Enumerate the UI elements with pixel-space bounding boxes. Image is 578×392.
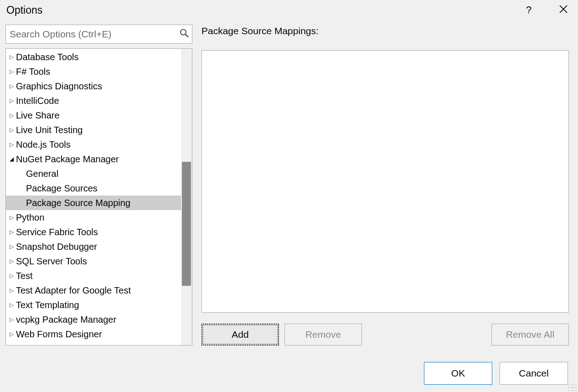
tree-item-label: NuGet Package Manager: [16, 154, 119, 165]
tree-item-label: Live Share: [16, 110, 60, 121]
search-input[interactable]: [5, 25, 192, 44]
tree-item[interactable]: ▷Live Share: [6, 108, 192, 123]
close-icon: [559, 4, 568, 16]
remove-all-button[interactable]: Remove All: [491, 324, 569, 346]
add-button[interactable]: Add: [201, 324, 279, 346]
tree-item-label: Service Fabric Tools: [16, 227, 98, 237]
tree-item-label: Graphics Diagnostics: [16, 81, 102, 92]
tree-item[interactable]: ▷Live Unit Testing: [6, 123, 192, 137]
chevron-right-icon: ▷: [8, 316, 15, 323]
tree-item-label: Database Tools: [16, 52, 79, 62]
tree-item-label: Python: [16, 212, 44, 223]
tree-item[interactable]: ◢NuGet Package Manager: [6, 152, 192, 166]
tree-item[interactable]: ▷Node.js Tools: [6, 137, 192, 152]
tree-item-label: Package Source Mapping: [26, 198, 130, 208]
tree-item-label: Text Templating: [16, 300, 79, 310]
tree-item[interactable]: ▷vcpkg Package Manager: [6, 312, 192, 327]
right-pane: Package Source Mappings: Add Remove Remo…: [201, 25, 573, 346]
tree-item[interactable]: ▷Database Tools: [6, 50, 192, 64]
chevron-right-icon: ▷: [8, 229, 15, 235]
tree-item[interactable]: ▷Test Adapter for Google Test: [6, 283, 192, 298]
tree-item-label: Test Adapter for Google Test: [16, 285, 131, 296]
mappings-listbox[interactable]: [201, 50, 569, 313]
tree-item[interactable]: ▷Graphics Diagnostics: [6, 79, 192, 93]
tree-item-label: F# Tools: [16, 67, 50, 77]
chevron-right-icon: ▷: [8, 83, 15, 89]
titlebar: Options ?: [0, 0, 578, 25]
search-wrap: [5, 25, 192, 44]
dialog-title: Options: [6, 4, 518, 16]
help-button[interactable]: ?: [518, 1, 540, 19]
close-button[interactable]: [552, 1, 574, 19]
chevron-down-icon: ◢: [8, 156, 15, 162]
chevron-right-icon: ▷: [8, 54, 15, 60]
scrollbar-track[interactable]: [181, 49, 192, 345]
ok-button[interactable]: OK: [424, 362, 492, 385]
options-tree-container: ▷Database Tools▷F# Tools▷Graphics Diagno…: [5, 48, 192, 346]
left-pane: ▷Database Tools▷F# Tools▷Graphics Diagno…: [5, 25, 192, 346]
help-icon: ?: [526, 4, 532, 16]
tree-item-label: Live Unit Testing: [16, 125, 83, 135]
chevron-right-icon: ▷: [8, 258, 15, 264]
options-dialog: Options ? ▷Database To: [0, 0, 578, 392]
dialog-content: ▷Database Tools▷F# Tools▷Graphics Diagno…: [0, 25, 578, 346]
tree-item-label: vcpkg Package Manager: [16, 315, 116, 325]
chevron-right-icon: ▷: [8, 68, 15, 75]
search-icon: [180, 29, 189, 40]
tree-item[interactable]: ▷Service Fabric Tools: [6, 225, 192, 239]
chevron-right-icon: ▷: [8, 302, 15, 308]
tree-item[interactable]: ▷Web Forms Designer: [6, 327, 192, 341]
tree-item[interactable]: Package Sources: [6, 181, 192, 196]
chevron-right-icon: ▷: [8, 273, 15, 279]
tree-item[interactable]: ▷SQL Server Tools: [6, 254, 192, 268]
tree-item-label: Node.js Tools: [16, 139, 71, 150]
dialog-footer: OK Cancel: [0, 346, 578, 392]
tree-item[interactable]: Package Source Mapping: [6, 196, 192, 210]
tree-item-label: Test: [16, 271, 33, 281]
chevron-right-icon: ▷: [8, 112, 15, 119]
chevron-right-icon: ▷: [8, 127, 15, 133]
tree-item[interactable]: ▷F# Tools: [6, 64, 192, 79]
chevron-right-icon: ▷: [8, 214, 15, 221]
section-label: Package Source Mappings:: [201, 26, 569, 36]
tree-item[interactable]: ▷Test: [6, 268, 192, 283]
tree-item[interactable]: ▷Text Templating: [6, 298, 192, 312]
chevron-right-icon: ▷: [8, 331, 15, 337]
options-tree[interactable]: ▷Database Tools▷F# Tools▷Graphics Diagno…: [6, 49, 192, 342]
cancel-button[interactable]: Cancel: [500, 362, 568, 385]
svg-point-0: [181, 30, 186, 35]
chevron-right-icon: ▷: [8, 243, 15, 250]
remove-button[interactable]: Remove: [284, 324, 362, 346]
tree-item[interactable]: General: [6, 166, 192, 181]
tree-item-label: Web Forms Designer: [16, 329, 102, 340]
chevron-right-icon: ▷: [8, 141, 15, 148]
tree-item-label: Package Sources: [26, 183, 98, 194]
chevron-right-icon: ▷: [8, 287, 15, 294]
resize-grip[interactable]: ∷∷∷∷: [568, 385, 577, 391]
tree-item[interactable]: ▷IntelliCode: [6, 93, 192, 108]
tree-item-label: IntelliCode: [16, 96, 59, 106]
tree-item[interactable]: ▷Python: [6, 210, 192, 225]
chevron-right-icon: ▷: [8, 98, 15, 104]
tree-item-label: Snapshot Debugger: [16, 242, 97, 252]
tree-item[interactable]: ▷Snapshot Debugger: [6, 239, 192, 254]
scrollbar-thumb[interactable]: [182, 162, 191, 286]
mapping-button-row: Add Remove Remove All: [201, 324, 569, 346]
svg-line-1: [186, 35, 188, 37]
tree-item-label: General: [26, 169, 58, 179]
tree-item-label: SQL Server Tools: [16, 256, 87, 267]
